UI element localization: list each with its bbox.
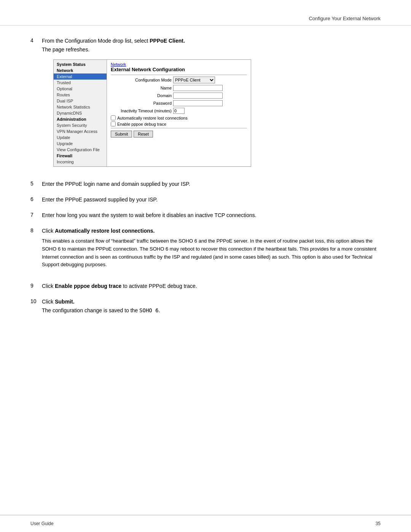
step-6-text: Enter the PPPoE password supplied by you… <box>42 196 158 204</box>
step-10-sub-text: The configuration change is saved to the… <box>42 307 160 313</box>
step-10-text: Click Submit. <box>42 298 160 306</box>
step-4-bold: PPPoE Client. <box>150 38 185 44</box>
step-7-number: 7 <box>30 211 42 218</box>
step-9-block: 9 Click Enable pppoe debug trace to acti… <box>30 282 381 290</box>
header-section: Configure Your External Network <box>0 0 411 26</box>
sidebar-item-view-config[interactable]: View Configuration File <box>54 147 107 153</box>
checkbox-restore[interactable] <box>111 115 116 120</box>
sidebar-item-vpn-manager-access[interactable]: VPN Manager Access <box>54 128 107 134</box>
sidebar-item-trusted[interactable]: Trusted <box>54 80 107 86</box>
step-4-number: 4 <box>30 37 42 43</box>
checkbox-debug-row: Enable pppoe debug trace <box>111 121 247 126</box>
config-mode-row: Configuration Mode PPPoE Client <box>111 77 247 83</box>
step-4-sub: The page refreshes. <box>42 46 251 54</box>
step-6-number: 6 <box>30 196 42 202</box>
sidebar-item-firewall[interactable]: Firewall <box>54 153 107 159</box>
sidebar-item-optional[interactable]: Optional <box>54 86 107 92</box>
step-9-after: to activate PPPoE debug trace. <box>121 283 197 289</box>
step-8-bold: Automatically restore lost connections. <box>55 228 155 234</box>
footer-section: User Guide 35 <box>0 515 411 532</box>
config-mode-label: Configuration Mode <box>111 78 172 82</box>
sidebar-item-network-statistics[interactable]: Network Statistics <box>54 104 107 110</box>
button-row: Submit Reset <box>111 131 247 137</box>
domain-row: Domain <box>111 93 247 99</box>
sidebar-item-update[interactable]: Update <box>54 134 107 141</box>
name-input[interactable] <box>173 85 223 91</box>
step-5-block: 5 Enter the PPPoE login name and domain … <box>30 180 381 188</box>
name-label: Name <box>111 86 172 90</box>
sidebar-item-system-status[interactable]: System Status <box>54 61 107 67</box>
sidebar-item-administration[interactable]: Administration <box>54 116 107 122</box>
domain-input[interactable] <box>173 93 223 99</box>
sidebar: System Status Network External Trusted O… <box>54 60 107 166</box>
step-5-number: 5 <box>30 180 42 187</box>
inactivity-input[interactable] <box>173 108 185 114</box>
step-8-number: 8 <box>30 227 42 233</box>
password-label: Password <box>111 101 172 105</box>
step-9-number: 9 <box>30 282 42 289</box>
sidebar-item-routes[interactable]: Routes <box>54 92 107 98</box>
separator-top <box>111 75 247 75</box>
step-8-para: This enables a constant flow of “heartbe… <box>42 237 381 269</box>
step-6-block: 6 Enter the PPPoE password supplied by y… <box>30 196 381 204</box>
config-mode-select[interactable]: PPPoE Client <box>173 77 215 83</box>
panel-title: External Network Configuration <box>111 67 247 72</box>
step-8-block: 8 Click Automatically restore lost conne… <box>30 227 381 275</box>
step-9-text: Click Enable pppoe debug trace to activa… <box>42 282 197 290</box>
step-10-sub: The configuration change is saved to the… <box>42 307 160 313</box>
breadcrumb[interactable]: Network <box>111 62 247 67</box>
separator-bottom <box>111 128 247 128</box>
checkbox-debug-label: Enable pppoe debug trace <box>117 122 166 126</box>
step-9-bold: Enable pppoe debug trace <box>55 283 121 289</box>
main-panel: Network External Network Configuration C… <box>107 60 251 166</box>
checkbox-debug[interactable] <box>111 121 116 126</box>
page-container: Configure Your External Network 4 From t… <box>0 0 411 532</box>
submit-button[interactable]: Submit <box>111 131 132 137</box>
step-8-text: Click Automatically restore lost connect… <box>42 227 381 235</box>
inactivity-label: Inactivity Timeout (minutes) <box>111 109 172 113</box>
step-4-text: From the Configuration Mode drop list, s… <box>42 37 251 45</box>
step-7-text: Enter how long you want the system to wa… <box>42 211 256 219</box>
step-5-text: Enter the PPPoE login name and domain su… <box>42 180 190 188</box>
step-7-block: 7 Enter how long you want the system to … <box>30 211 381 219</box>
footer-right: 35 <box>376 521 381 526</box>
reset-button[interactable]: Reset <box>134 131 153 137</box>
inactivity-row: Inactivity Timeout (minutes) <box>111 108 247 114</box>
checkbox-restore-label: Automatically restore lost connections <box>117 116 188 120</box>
screenshot-box: System Status Network External Trusted O… <box>53 59 251 167</box>
checkbox-restore-row: Automatically restore lost connections <box>111 115 247 120</box>
name-row: Name <box>111 85 247 91</box>
sidebar-item-network[interactable]: Network <box>54 67 107 73</box>
sidebar-item-system-security[interactable]: System Security <box>54 122 107 128</box>
step-10-number: 10 <box>30 298 42 304</box>
header-title: Configure Your External Network <box>309 16 381 21</box>
sidebar-item-upgrade[interactable]: Upgrade <box>54 141 107 147</box>
sidebar-item-external[interactable]: External <box>54 73 107 80</box>
domain-label: Domain <box>111 93 172 98</box>
step-4-block: 4 From the Configuration Mode drop list,… <box>30 37 381 173</box>
sidebar-item-dual-isp[interactable]: Dual ISP <box>54 98 107 104</box>
step-10-bold: Submit. <box>55 299 74 305</box>
step-10-block: 10 Click Submit. The configuration chang… <box>30 298 381 313</box>
footer-left: User Guide <box>30 521 54 526</box>
soho-code: SOHO 6 <box>139 307 159 313</box>
sidebar-item-dynamicdns[interactable]: DynamicDNS <box>54 110 107 116</box>
password-input[interactable] <box>173 100 223 106</box>
password-row: Password <box>111 100 247 106</box>
step-8-paragraph: This enables a constant flow of “heartbe… <box>42 237 381 269</box>
sidebar-item-incoming[interactable]: Incoming <box>54 159 107 165</box>
content-section: 4 From the Configuration Mode drop list,… <box>0 37 411 515</box>
